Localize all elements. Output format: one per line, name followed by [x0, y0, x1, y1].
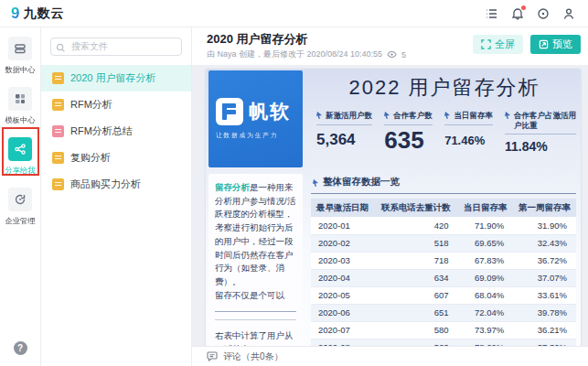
preview-button[interactable]: 预览 [530, 35, 581, 54]
preview-icon [539, 39, 549, 49]
support-icon[interactable] [537, 7, 550, 20]
kpi-marker-icon [505, 112, 511, 119]
kpi-value: 635 [384, 126, 433, 155]
table-row: 2020-0560768.04%33.61% [311, 286, 576, 304]
table-header-row: 最早激活日期 联系电话去重计数 当日留存率 第一周留存率 [311, 199, 576, 217]
divider [215, 319, 296, 320]
description-line2: 留存不仅是个可以 [215, 289, 296, 303]
kpi-value: 5,364 [316, 131, 372, 149]
file-doc-icon [52, 152, 64, 164]
kpi-value: 71.46% [444, 134, 493, 147]
table-header-cell: 第一周留存率 [513, 199, 576, 217]
sidebar-item-label: 模板中心 [5, 115, 35, 126]
app-logo[interactable]: 9 九数云 [11, 5, 64, 22]
table-section-title: 整体留存数据一览 [323, 176, 400, 188]
file-item-rfm-summary[interactable]: RFM分析总结 [41, 118, 191, 145]
table-cell: 36.72% [513, 252, 576, 269]
kpi-marker-icon [316, 112, 323, 119]
table-cell: 2020-01 [311, 217, 374, 234]
file-doc-icon [52, 72, 64, 84]
table-row: 2020-0665172.04%39.78% [311, 304, 576, 321]
brand-banner: 帆软 让数据成为生产力 [208, 70, 303, 167]
table-cell: 71.90% [458, 217, 514, 234]
notification-icon[interactable] [511, 7, 524, 20]
table-cell: 718 [374, 252, 458, 269]
help-button[interactable]: ? [0, 341, 40, 355]
kpi-day-retention: 当日留存率 71.46% [444, 111, 493, 155]
table-cell: 73.97% [458, 321, 514, 339]
table-cell: 37.07% [513, 269, 576, 286]
enterprise-icon [8, 188, 32, 211]
help-icon: ? [14, 341, 27, 355]
view-count: 5 [401, 50, 406, 59]
file-item-repurchase[interactable]: 复购分析 [41, 145, 191, 171]
table-row: 2020-0463469.09%37.07% [311, 269, 576, 286]
table-cell: 2020-07 [311, 321, 374, 339]
file-item-retention-2020[interactable]: 2020 用户留存分析 [41, 65, 191, 92]
section-marker-icon [313, 179, 319, 187]
table-row: 2020-0856378.69%37.30% [311, 339, 576, 346]
fullscreen-label: 全屏 [495, 38, 515, 51]
search-input[interactable] [50, 38, 182, 56]
table-row: 2020-0371867.83%36.72% [311, 252, 576, 269]
table-header-cell: 联系电话去重计数 [374, 199, 458, 217]
divider [215, 311, 296, 312]
table-header-cell: 最早激活日期 [311, 199, 374, 217]
topbar-icons [486, 7, 575, 20]
sidebar-item-label: 数据中心 [5, 65, 35, 76]
file-item-label: 复购分析 [70, 151, 111, 165]
meta-text: 由 Naya 创建，最后修改于 2020/08/24 10:40:55 [207, 48, 382, 60]
table-cell: 78.69% [458, 339, 514, 346]
share-icon [8, 137, 32, 161]
table-cell: 634 [374, 269, 458, 286]
file-item-label: 2020 用户留存分析 [70, 71, 156, 85]
topbar: 9 九数云 [0, 0, 588, 27]
kpi-marker-icon [384, 112, 390, 119]
table-header-cell: 当日留存率 [458, 199, 514, 217]
logo-text: 九数云 [23, 5, 64, 22]
fullscreen-button[interactable]: 全屏 [473, 35, 523, 54]
brand-slogan: 让数据成为生产力 [216, 131, 292, 140]
description-note: 右表中计算了用户从激活某产品开 [215, 329, 296, 346]
document-header: 2020 用户留存分析 由 Naya 创建，最后修改于 2020/08/24 1… [192, 27, 588, 65]
table-cell: 563 [374, 339, 458, 346]
table-cell: 37.30% [513, 339, 576, 346]
table-cell: 69.09% [458, 269, 514, 286]
sidebar-item-template-center[interactable]: 模板中心 [0, 87, 40, 137]
table-cell: 33.61% [513, 286, 576, 304]
file-doc-icon [52, 125, 64, 137]
description-text: 是一种用来分析用户参与情况/活跃程度的分析模型，考察进行初始行为后的用户中，经过… [215, 182, 295, 286]
logo-icon: 9 [11, 5, 19, 21]
comments-bar[interactable]: 评论（共0条） [192, 346, 588, 366]
table-cell: 39.78% [513, 304, 576, 321]
search-box [50, 37, 182, 56]
dashboard-title: 2022 用户留存分析 [311, 74, 578, 102]
sidebar-item-enterprise[interactable]: 企业管理 [0, 188, 40, 238]
comments-label: 评论（共0条） [223, 350, 283, 363]
table-cell: 2020-06 [311, 304, 374, 321]
sidebar-item-shared-with-me[interactable]: 分享给我 [0, 137, 40, 188]
file-doc-icon [52, 178, 64, 190]
file-item-purchasing-power[interactable]: 商品购买力分析 [41, 171, 191, 198]
file-item-label: RFM分析总结 [70, 124, 133, 138]
table-cell: 2020-08 [311, 339, 374, 346]
table-section-header: 整体留存数据一览 [311, 174, 576, 194]
sidebar-item-data-center[interactable]: 数据中心 [0, 37, 40, 87]
table-cell: 32.43% [513, 234, 576, 252]
retention-table-zone: 整体留存数据一览 最早激活日期 联系电话去重计数 当日留存率 第一周留存率 [311, 174, 578, 346]
kpi-new-active-users: 新激活用户数 5,364 [316, 111, 372, 155]
table-cell: 651 [374, 304, 458, 321]
dashboard-canvas[interactable]: 帆软 让数据成为生产力 2022 用户留存分析 新激活用户数 5,364 [192, 65, 588, 346]
page-title: 2020 用户留存分析 [207, 32, 406, 47]
view-count-icon [387, 50, 397, 59]
changelog-icon[interactable] [486, 7, 498, 20]
user-icon[interactable] [562, 7, 575, 20]
table-cell: 2020-05 [311, 286, 374, 304]
description-panel: 留存分析是一种用来分析用户参与情况/活跃程度的分析模型，考察进行初始行为后的用户… [208, 174, 303, 346]
document-meta: 由 Naya 创建，最后修改于 2020/08/24 10:40:55 5 [207, 48, 406, 60]
file-item-rfm[interactable]: RFM分析 [41, 92, 191, 118]
table-cell: 72.04% [458, 304, 514, 321]
preview-label: 预览 [552, 38, 572, 51]
table-cell: 580 [374, 321, 458, 339]
retention-table: 最早激活日期 联系电话去重计数 当日留存率 第一周留存率 2020-014207… [311, 199, 576, 346]
